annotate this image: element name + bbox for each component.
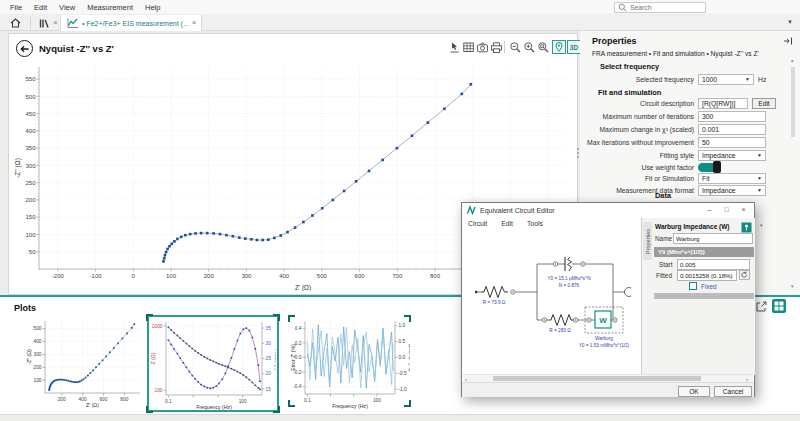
svg-text:300: 300 xyxy=(241,273,252,279)
copy-fitted-button[interactable] xyxy=(739,270,750,280)
fit-or-simulation-select[interactable]: Fit▼ xyxy=(698,173,766,184)
collapse-panel-icon[interactable] xyxy=(783,36,793,46)
svg-text:450: 450 xyxy=(25,111,36,117)
start-input[interactable]: 0.005 xyxy=(677,259,750,270)
ok-button[interactable]: OK xyxy=(678,386,710,397)
svg-text:0.5: 0.5 xyxy=(399,339,406,344)
properties-vertical-tab[interactable]: Properties xyxy=(643,222,652,260)
fitting-style-select[interactable]: Impedance▼ xyxy=(698,150,766,161)
resistor-r1-symbol[interactable] xyxy=(481,287,508,298)
maximize-button[interactable]: □ xyxy=(719,204,734,216)
max-no-improvement-input[interactable]: 50 xyxy=(698,137,766,148)
chevron-down-icon: ▼ xyxy=(755,152,762,158)
svg-text:25: 25 xyxy=(266,356,272,361)
svg-text:Error Z' (%): Error Z' (%) xyxy=(290,344,296,371)
open-external-icon[interactable] xyxy=(755,300,768,313)
snapshot-button[interactable] xyxy=(475,40,489,54)
selection-corner xyxy=(273,406,280,413)
name-input[interactable]: Warburg xyxy=(673,233,753,244)
fixed-checkbox[interactable] xyxy=(689,282,697,290)
close-icon[interactable]: × xyxy=(192,19,197,27)
svg-text:500: 500 xyxy=(33,326,41,331)
menu-edit[interactable]: Edit xyxy=(28,1,53,14)
svg-text:20: 20 xyxy=(266,371,272,376)
max-no-improvement-row: Max iterations without improvement 50 xyxy=(582,136,796,148)
svg-text:100: 100 xyxy=(373,398,381,403)
element-header: Warburg Impedance (W) xyxy=(655,223,730,230)
chevron-down-icon: ▼ xyxy=(755,187,762,193)
tooltip-pin-button[interactable] xyxy=(552,40,566,54)
menu-file[interactable]: File xyxy=(4,1,28,14)
section-fit-simulation: Fit and simulation xyxy=(598,88,661,97)
r1-value-label: R = 73.9 Ω xyxy=(483,300,506,305)
grid-view-button[interactable] xyxy=(772,299,786,313)
vertical-splitter-handle[interactable] xyxy=(577,148,579,158)
parameter-header[interactable]: Y0 (Mho*s^(1/2)) xyxy=(654,247,754,257)
dialog-menu-tools[interactable]: Tools xyxy=(527,220,543,227)
tab-library[interactable]: × xyxy=(33,15,63,31)
edit-circuit-button[interactable]: Edit xyxy=(752,98,776,109)
svg-text:400: 400 xyxy=(25,128,36,134)
dialog-menu-circuit[interactable]: Circuit xyxy=(468,220,487,227)
svg-text:300: 300 xyxy=(25,163,36,169)
element-pin-button[interactable] xyxy=(741,222,752,233)
cancel-button[interactable]: Cancel xyxy=(714,386,752,397)
menu-measurement[interactable]: Measurement xyxy=(81,1,139,14)
circuit-description-input[interactable]: [R(Q[RW])] xyxy=(698,98,748,109)
frequency-unit-label: Hz xyxy=(758,76,766,83)
cpe-symbol[interactable] xyxy=(565,257,572,271)
zoom-reset-button[interactable] xyxy=(536,40,550,54)
nyquist-thumbnail[interactable]: 200400600800100200300400500Z' (Ω)-Z'' (Ω… xyxy=(26,316,144,408)
minimize-button[interactable]: – xyxy=(702,204,717,216)
tab-bar: × • Fe2+/Fe3+ EIS measurement (... × ▼ xyxy=(0,15,800,31)
print-button[interactable] xyxy=(489,40,503,54)
scrollbar-thumb[interactable] xyxy=(791,67,795,137)
resistor-r2-symbol[interactable] xyxy=(549,315,573,326)
svg-text:500: 500 xyxy=(25,94,36,100)
tab-measurement[interactable]: • Fe2+/Fe3+ EIS measurement (... × xyxy=(60,15,202,31)
menu-view[interactable]: View xyxy=(53,1,81,14)
search-input[interactable] xyxy=(630,4,700,11)
marker-tool-button[interactable] xyxy=(447,40,461,54)
data-format-select[interactable]: Impedance▼ xyxy=(698,185,766,196)
pointer-icon xyxy=(448,41,461,54)
canvas-horizontal-scrollbar[interactable]: ‹ › xyxy=(463,374,753,382)
weight-factor-toggle[interactable] xyxy=(698,163,720,172)
svg-text:50: 50 xyxy=(29,249,36,255)
back-button[interactable] xyxy=(16,40,33,57)
menu-help[interactable]: Help xyxy=(139,1,166,14)
close-icon[interactable]: × xyxy=(53,19,58,27)
tab-overflow-chevron-icon[interactable]: ▼ xyxy=(787,19,793,25)
fit-or-simulation-label: Fit or Simulation xyxy=(582,175,698,182)
zoom-out-button[interactable] xyxy=(508,40,522,54)
selected-frequency-select[interactable]: 1000▼ xyxy=(698,74,754,85)
collapsed-section-bar[interactable] xyxy=(654,293,754,299)
close-button[interactable]: × xyxy=(736,204,751,216)
max-iterations-input[interactable]: 300 xyxy=(698,111,766,122)
scroll-up-icon[interactable]: ▲ xyxy=(790,58,794,63)
bode-thumbnail[interactable]: 0.110010010001520253035Frequency (Hz)Z (… xyxy=(150,317,276,410)
svg-text:35: 35 xyxy=(266,326,272,331)
max-chi-change-input[interactable]: 0.001 xyxy=(698,124,766,135)
svg-text:200: 200 xyxy=(58,397,66,402)
scroll-down-icon[interactable]: ▼ xyxy=(790,284,794,289)
fitted-input[interactable]: 0.0015258 (0.18%) xyxy=(677,270,737,281)
plot-title: Nyquist -Z'' vs Z' xyxy=(39,43,114,54)
scrollbar-thumb[interactable] xyxy=(493,376,701,381)
svg-text:150: 150 xyxy=(25,214,36,220)
selected-frequency-label: Selected frequency xyxy=(582,76,698,83)
zoom-in-button[interactable] xyxy=(522,40,536,54)
svg-text:30: 30 xyxy=(266,341,272,346)
svg-text:700: 700 xyxy=(392,273,403,279)
chart-icon xyxy=(66,17,79,29)
svg-text:-0.5: -0.5 xyxy=(399,371,408,376)
data-table-button[interactable] xyxy=(461,40,475,54)
view-3d-label: 3D xyxy=(570,44,578,51)
svg-text:200: 200 xyxy=(25,197,36,203)
error-thumbnail[interactable]: 0.1100-0.4-0.20.00.20.4-1.0-0.50.00.51.0… xyxy=(290,316,410,409)
search-box[interactable] xyxy=(614,2,706,13)
view-3d-button[interactable]: 3D xyxy=(567,40,581,54)
circuit-canvas[interactable]: W R = 73.9 Ω Y0 = 15.1 µMho*s^N N = 0.87… xyxy=(463,230,641,374)
tab-home[interactable] xyxy=(4,15,27,31)
dialog-menu-edit[interactable]: Edit xyxy=(501,220,513,227)
